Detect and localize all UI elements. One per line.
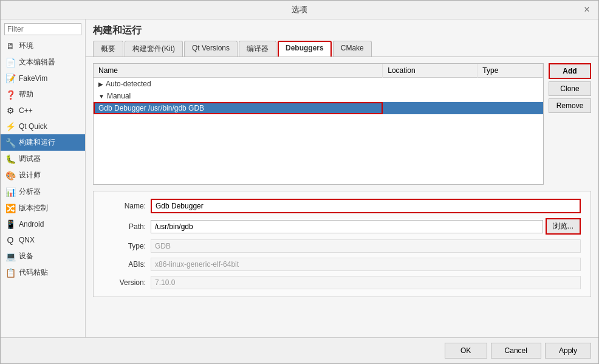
form-readonly-type (151, 239, 581, 253)
sidebar-label-build-run: 构建和运行 (19, 137, 55, 148)
sidebar-label-debugger: 调试器 (19, 154, 41, 164)
expand-icon: ▼ (98, 93, 104, 100)
detail-panel: Name:Path:浏览...Type:ABIs:Version: (93, 191, 591, 297)
help-icon: ❓ (5, 90, 15, 100)
tab-debuggers[interactable]: Debuggers (278, 41, 332, 57)
sidebar-label-qnx: QNX (19, 236, 35, 244)
tab-qt-versions[interactable]: Qt Versions (184, 41, 238, 57)
sidebar-label-qt-quick: Qt Quick (19, 122, 47, 131)
tab-kits[interactable]: 构建套件(Kit) (125, 41, 183, 57)
text-editor-icon: 📄 (5, 58, 15, 67)
sidebar-item-designer[interactable]: 🎨 设计师 (1, 167, 85, 184)
options-dialog: 选项 × 🖥 环境 📄 文本编辑器 📝 FakeVim ❓ 帮助 ⚙ C++ ⚡… (0, 0, 599, 364)
add-button[interactable]: Add (549, 63, 591, 79)
side-buttons: AddCloneRemove (549, 63, 591, 185)
debugger-table: NameLocationType ▶Auto-detected▼ManualGd… (94, 64, 543, 114)
sidebar-item-env[interactable]: 🖥 环境 (1, 38, 85, 54)
tab-cmake[interactable]: CMake (333, 41, 372, 57)
sidebar-label-version-control: 版本控制 (19, 203, 48, 213)
row-type (477, 102, 543, 114)
tab-bar: 概要构建套件(Kit)Qt Versions编译器DebuggersCMake (86, 37, 598, 57)
content-area: NameLocationType ▶Auto-detected▼ManualGd… (86, 57, 598, 337)
sidebar-label-cpp: C++ (19, 106, 33, 115)
form-readonly-version (151, 276, 581, 289)
form-row-version: Version: (103, 276, 581, 289)
sidebar-item-cpp[interactable]: ⚙ C++ (1, 103, 85, 118)
tab-overview[interactable]: 概要 (93, 41, 123, 57)
col-header-location: Location (383, 64, 477, 78)
analyzer-icon: 📊 (5, 187, 15, 197)
row-name: Gdb Debugger /usr/bin/gdb GDB (94, 102, 383, 114)
path-row: 浏览... (151, 218, 581, 235)
main-content: 构建和运行 概要构建套件(Kit)Qt Versions编译器Debuggers… (86, 19, 598, 337)
devices-icon: 💻 (5, 252, 15, 261)
sidebar-item-build-run[interactable]: 🔧 构建和运行 (1, 134, 85, 151)
debugger-table-area: NameLocationType ▶Auto-detected▼ManualGd… (93, 63, 544, 185)
sidebar-item-devices[interactable]: 💻 设备 (1, 248, 85, 264)
expand-icon: ▶ (98, 81, 103, 88)
form-input-path[interactable] (151, 220, 543, 233)
sidebar-label-env: 环境 (19, 41, 33, 51)
tab-compilers[interactable]: 编译器 (239, 41, 276, 57)
form-row-abis: ABIs: (103, 258, 581, 271)
col-header-name: Name (94, 64, 383, 78)
bottom-bar: OKCancelApply (1, 337, 598, 363)
build-run-icon: 🔧 (5, 138, 15, 148)
version-control-icon: 🔀 (5, 204, 15, 213)
cpp-icon: ⚙ (5, 106, 15, 115)
form-label-path: Path: (103, 222, 146, 231)
qt-quick-icon: ⚡ (5, 122, 15, 131)
apply-button[interactable]: Apply (545, 343, 591, 359)
form-row-name: Name: (103, 199, 581, 213)
designer-icon: 🎨 (5, 171, 15, 180)
sidebar-item-fakevim[interactable]: 📝 FakeVim (1, 70, 85, 86)
android-icon: 📱 (5, 219, 15, 229)
debugger-icon: 🐛 (5, 154, 15, 164)
sidebar-item-analyzer[interactable]: 📊 分析器 (1, 184, 85, 200)
sidebar-item-text-editor[interactable]: 📄 文本编辑器 (1, 54, 85, 70)
close-button[interactable]: × (581, 4, 592, 15)
dialog-title: 选项 (18, 4, 581, 15)
qnx-icon: Q (5, 235, 15, 245)
table-header-row: NameLocationType (94, 64, 543, 78)
filter-input[interactable] (4, 23, 81, 35)
env-icon: 🖥 (5, 41, 15, 51)
form-readonly-abis (151, 258, 581, 271)
page-title: 构建和运行 (86, 19, 598, 37)
sidebar-item-qt-quick[interactable]: ⚡ Qt Quick (1, 118, 85, 134)
sidebar-label-help: 帮助 (19, 89, 33, 100)
table-row[interactable]: Gdb Debugger /usr/bin/gdb GDB (94, 102, 543, 114)
row-location (383, 102, 477, 114)
sidebar-label-analyzer: 分析器 (19, 187, 41, 197)
sidebar-item-help[interactable]: ❓ 帮助 (1, 86, 85, 103)
group-row-auto-detected[interactable]: ▶Auto-detected (94, 78, 543, 91)
browse-button[interactable]: 浏览... (546, 218, 581, 235)
sidebar-label-fakevim: FakeVim (19, 74, 47, 83)
sidebar: 🖥 环境 📄 文本编辑器 📝 FakeVim ❓ 帮助 ⚙ C++ ⚡ Qt Q… (1, 19, 86, 337)
sidebar-item-code-paster[interactable]: 📋 代码粘贴 (1, 264, 85, 281)
clone-button[interactable]: Clone (549, 81, 591, 96)
sidebar-label-android: Android (19, 220, 44, 228)
group-row-manual[interactable]: ▼Manual (94, 90, 543, 102)
fakevim-icon: 📝 (5, 74, 15, 83)
sidebar-label-devices: 设备 (19, 251, 33, 261)
sidebar-item-version-control[interactable]: 🔀 版本控制 (1, 200, 85, 216)
sidebar-item-android[interactable]: 📱 Android (1, 216, 85, 232)
sidebar-item-debugger[interactable]: 🐛 调试器 (1, 151, 85, 167)
title-bar: 选项 × (1, 1, 598, 19)
form-label-name: Name: (103, 202, 146, 210)
sidebar-label-code-paster: 代码粘贴 (19, 267, 48, 278)
col-header-type: Type (477, 64, 543, 78)
remove-button[interactable]: Remove (549, 98, 591, 113)
form-row-type: Type: (103, 239, 581, 253)
ok-button[interactable]: OK (445, 343, 487, 359)
form-label-type: Type: (103, 242, 146, 250)
form-label-abis: ABIs: (103, 260, 146, 269)
sidebar-filter-area (1, 19, 85, 38)
form-input-name[interactable] (151, 199, 581, 213)
sidebar-label-text-editor: 文本编辑器 (19, 57, 55, 67)
cancel-button[interactable]: Cancel (491, 343, 541, 359)
sidebar-label-designer: 设计师 (19, 170, 41, 180)
sidebar-items-list: 🖥 环境 📄 文本编辑器 📝 FakeVim ❓ 帮助 ⚙ C++ ⚡ Qt Q… (1, 38, 85, 281)
sidebar-item-qnx[interactable]: Q QNX (1, 232, 85, 248)
